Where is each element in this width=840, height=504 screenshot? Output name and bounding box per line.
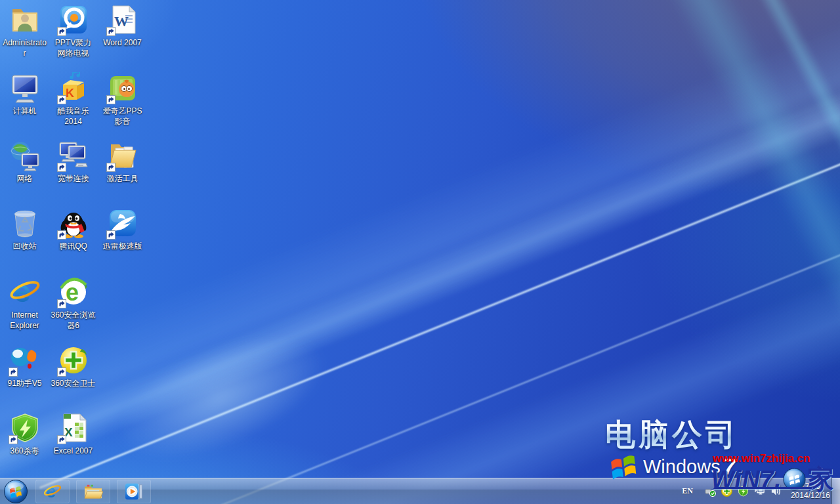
activation-tools-folder-icon bbox=[107, 140, 138, 171]
desktop-icon-network[interactable]: 网络 bbox=[1, 138, 49, 204]
taskbar-explorer-button[interactable] bbox=[76, 480, 110, 503]
wallpaper-beam bbox=[644, 0, 840, 366]
icon-label: Word 2007 bbox=[103, 37, 141, 48]
shortcut-arrow-icon bbox=[106, 95, 116, 104]
desktop-icon-administrator[interactable]: Administrator bbox=[1, 3, 49, 68]
desktop-icon-pptv[interactable]: PPTV聚力 网络电视 bbox=[49, 3, 97, 68]
taskbar-clock[interactable]: 17:25 2014/12/16 bbox=[791, 482, 830, 500]
icon-label: 宽带连接 bbox=[58, 173, 89, 184]
clock-time: 17:25 bbox=[791, 482, 830, 491]
usb-safely-remove-icon[interactable] bbox=[705, 486, 716, 497]
show-desktop-button[interactable] bbox=[831, 478, 840, 504]
kuwo-music-icon: K bbox=[58, 72, 89, 104]
icon-label: 网络 bbox=[17, 173, 33, 184]
icon-label: 360安全卫士 bbox=[51, 378, 95, 388]
windows-word: Windows bbox=[643, 456, 721, 478]
windows7-logo: Windows 7 bbox=[609, 453, 736, 480]
icon-label: 腾讯QQ bbox=[59, 241, 87, 251]
icon-label: Excel 2007 bbox=[54, 446, 93, 456]
icon-label: PPTV聚力 网络电视 bbox=[51, 37, 96, 58]
wallpaper-flare bbox=[98, 310, 342, 485]
icon-label: 91助手V5 bbox=[7, 378, 41, 388]
svg-text:e: e bbox=[14, 276, 31, 308]
desktop-icon-internet-explorer[interactable]: e Internet Explorer bbox=[1, 275, 49, 341]
taskbar-media-player-button[interactable] bbox=[117, 480, 151, 503]
icon-label: 360杀毒 bbox=[10, 446, 39, 456]
user-folder-icon bbox=[9, 4, 41, 35]
shortcut-arrow-icon bbox=[106, 230, 116, 240]
icon-label: Administrator bbox=[2, 37, 48, 58]
desktop-icon-360-antivirus[interactable]: 360杀毒 bbox=[1, 411, 49, 476]
system-tray: EN bbox=[675, 478, 830, 504]
recycle-bin-icon bbox=[9, 207, 41, 239]
shortcut-arrow-icon bbox=[9, 368, 18, 377]
network-icon bbox=[9, 140, 41, 171]
desktop-icon-recycle-bin[interactable]: 回收站 bbox=[1, 206, 49, 272]
language-indicator[interactable]: EN bbox=[675, 486, 700, 496]
internet-explorer-icon: e bbox=[9, 276, 41, 308]
desktop-icon-tencent-qq[interactable]: 腾讯QQ bbox=[49, 206, 97, 272]
shortcut-arrow-icon bbox=[57, 27, 66, 36]
word-icon: W bbox=[107, 4, 138, 35]
desktop-icon-91-assistant[interactable]: 91助手V5 bbox=[1, 343, 49, 409]
oem-brand-watermark: 电脑公司 bbox=[605, 415, 739, 455]
desktop-icon-kuwo-music[interactable]: K 酷我音乐 2014 bbox=[49, 71, 97, 136]
360-antivirus-icon bbox=[9, 412, 41, 444]
wallpaper-beam bbox=[39, 118, 840, 489]
desktop-icon-excel-2007[interactable]: X Excel 2007 bbox=[49, 411, 97, 476]
windows-version: 7 bbox=[723, 453, 736, 480]
taskbar-internet-explorer-button[interactable]: e bbox=[35, 480, 70, 503]
internet-explorer-icon: e bbox=[43, 482, 62, 501]
desktop-icon-computer[interactable]: 计算机 bbox=[1, 71, 49, 136]
svg-text:K: K bbox=[66, 87, 74, 100]
shortcut-arrow-icon bbox=[57, 163, 66, 172]
icon-label: 激活工具 bbox=[107, 173, 138, 184]
desktop-icon-broadband-connection[interactable]: 宽带连接 bbox=[49, 138, 97, 204]
svg-text:e: e bbox=[46, 482, 56, 501]
desktop-icon-360-browser[interactable]: e 360安全浏览器6 bbox=[49, 275, 97, 341]
wallpaper-beam bbox=[158, 186, 840, 504]
desktop-icon-iqiyi-pps[interactable]: 爱奇艺PPS影音 bbox=[98, 71, 146, 136]
desktop-icon-word-2007[interactable]: W Word 2007 bbox=[98, 3, 146, 68]
desktop[interactable]: Administrator PPTV聚力 网络电视 bbox=[0, 0, 840, 504]
wallpaper-beam bbox=[171, 201, 840, 504]
360-browser-icon: e bbox=[58, 276, 89, 308]
clock-date: 2014/12/16 bbox=[791, 491, 830, 500]
icon-label: 爱奇艺PPS影音 bbox=[100, 106, 146, 127]
desktop-icon-activation-tools[interactable]: 激活工具 bbox=[98, 138, 146, 204]
shortcut-arrow-icon bbox=[9, 435, 18, 444]
shortcut-arrow-icon bbox=[57, 435, 66, 444]
qq-penguin-icon bbox=[58, 207, 89, 239]
shortcut-arrow-icon bbox=[57, 368, 66, 377]
icon-label: 回收站 bbox=[13, 241, 37, 251]
shortcut-arrow-icon bbox=[57, 299, 66, 308]
windows-flag-icon bbox=[609, 453, 638, 480]
volume-icon[interactable] bbox=[770, 486, 782, 497]
icon-label: 酷我音乐 2014 bbox=[51, 106, 96, 127]
desktop-icon-360-safeguard[interactable]: 360安全卫士 bbox=[49, 343, 97, 409]
360-safeguard-tray-icon[interactable] bbox=[721, 486, 732, 497]
start-button[interactable] bbox=[3, 478, 29, 504]
icon-label: 360安全浏览器6 bbox=[51, 310, 96, 331]
watermark-url: www.win7zhijia.cn bbox=[713, 452, 810, 465]
pptv-icon bbox=[58, 4, 89, 35]
91-assistant-icon bbox=[9, 345, 41, 376]
shortcut-arrow-icon bbox=[106, 27, 116, 36]
taskbar: e EN bbox=[0, 478, 840, 504]
icon-label: Internet Explorer bbox=[2, 310, 48, 331]
thunder-xunlei-icon bbox=[107, 207, 138, 239]
broadband-connection-icon bbox=[58, 140, 89, 171]
shortcut-arrow-icon bbox=[57, 230, 66, 240]
wallpaper-beam bbox=[734, 0, 840, 392]
360-safeguard-icon bbox=[58, 345, 89, 376]
network-tray-icon[interactable] bbox=[754, 486, 765, 497]
360-antivirus-tray-icon[interactable] bbox=[738, 486, 749, 497]
folder-icon bbox=[83, 483, 103, 500]
computer-icon bbox=[9, 72, 41, 104]
shortcut-arrow-icon bbox=[106, 163, 116, 172]
windows-start-orb-icon bbox=[3, 479, 28, 504]
iqiyi-pps-icon bbox=[107, 72, 138, 104]
desktop-icon-thunder[interactable]: 迅雷极速版 bbox=[98, 206, 146, 272]
excel-icon: X bbox=[58, 412, 89, 444]
icon-label: 计算机 bbox=[13, 106, 37, 116]
